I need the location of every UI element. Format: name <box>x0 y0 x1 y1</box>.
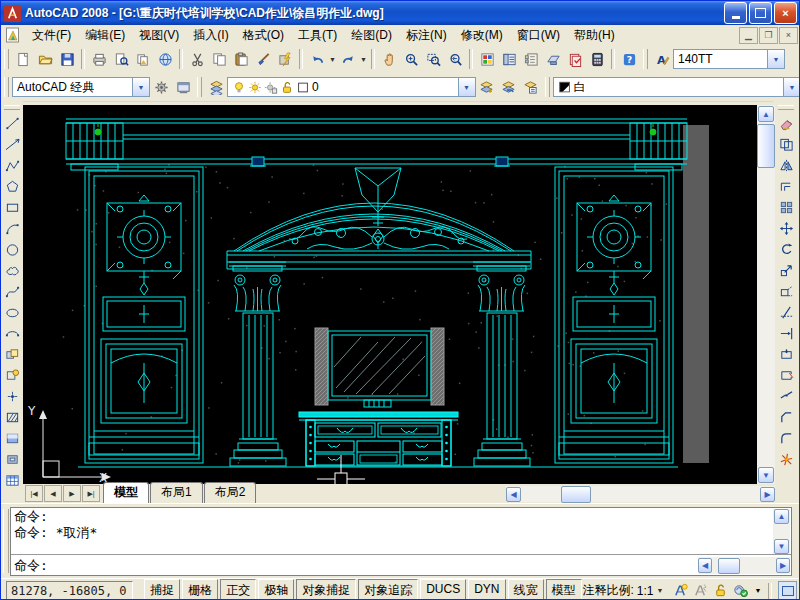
array-button[interactable] <box>776 198 796 218</box>
cut-button[interactable] <box>186 48 208 70</box>
text-style-button[interactable]: A <box>651 48 673 70</box>
layer-color-swatch-icon[interactable] <box>296 80 310 94</box>
toggle-ducs-button[interactable]: DUCS <box>420 579 466 600</box>
command-vertical-scrollbar[interactable]: ▲ ▼ <box>773 509 790 554</box>
tray-arrow-icon[interactable]: ▼ <box>754 587 761 594</box>
plot-preview-button[interactable] <box>110 48 132 70</box>
quickcalc-button[interactable] <box>586 48 608 70</box>
ellipse-button[interactable] <box>2 303 22 323</box>
stretch-button[interactable] <box>776 282 796 302</box>
block-editor-button[interactable] <box>274 48 296 70</box>
layer-properties-button[interactable] <box>205 76 227 98</box>
rotate-button[interactable] <box>776 240 796 260</box>
command-window-grip[interactable] <box>3 509 9 573</box>
scale-button[interactable] <box>776 261 796 281</box>
tab-nav-first-button[interactable]: |◀ <box>25 485 43 502</box>
undo-button[interactable] <box>306 48 328 70</box>
tab-nav-last-button[interactable]: ▶| <box>82 485 100 502</box>
workspace-settings-button[interactable] <box>150 76 172 98</box>
offset-button[interactable] <box>776 177 796 197</box>
menu-item-0[interactable]: 文件(F) <box>25 25 78 46</box>
command-prompt[interactable]: 命令: <box>14 557 48 575</box>
menu-item-9[interactable]: 窗口(W) <box>510 25 567 46</box>
scroll-thumb[interactable] <box>718 558 740 574</box>
redo-button[interactable] <box>337 48 359 70</box>
construction-line-button[interactable] <box>2 135 22 155</box>
zoom-realtime-button[interactable] <box>400 48 422 70</box>
chevron-down-icon[interactable]: ▼ <box>657 587 664 594</box>
canvas-vertical-scrollbar[interactable]: ▲ ▼ <box>757 105 775 484</box>
ellipse-arc-button[interactable] <box>2 324 22 344</box>
toolbar-grip[interactable] <box>778 105 794 110</box>
open-button[interactable] <box>34 48 56 70</box>
revision-cloud-button[interactable] <box>2 261 22 281</box>
toolbar-grip[interactable] <box>4 49 9 69</box>
clean-screen-button[interactable] <box>778 581 797 600</box>
canvas-horizontal-scrollbar[interactable]: ◀ ▶ <box>506 486 775 502</box>
properties-button[interactable] <box>476 48 498 70</box>
sheet-set-manager-button[interactable] <box>542 48 564 70</box>
trim-button[interactable] <box>776 303 796 323</box>
spline-button[interactable] <box>2 282 22 302</box>
toggle-snap-button[interactable]: 捕捉 <box>144 579 180 600</box>
toolbar-grip[interactable] <box>4 105 20 110</box>
tab-model[interactable]: 模型 <box>103 482 149 503</box>
tool-palettes-button[interactable] <box>520 48 542 70</box>
scroll-down-icon[interactable]: ▼ <box>758 467 774 483</box>
toggle-lwt-button[interactable]: 线宽 <box>508 579 544 600</box>
insert-block-button[interactable] <box>2 345 22 365</box>
tab-nav-prev-button[interactable]: ◀ <box>44 485 62 502</box>
join-button[interactable] <box>776 387 796 407</box>
chevron-down-icon[interactable]: ▼ <box>783 78 800 96</box>
mdi-close-button[interactable]: × <box>779 27 798 44</box>
mdi-minimize-button[interactable]: ▁ <box>739 27 758 44</box>
3d-dwf-button[interactable] <box>154 48 176 70</box>
menu-item-4[interactable]: 格式(O) <box>236 25 291 46</box>
command-text-area[interactable]: 命令: 命令: *取消* 命令: ▲ ▼ ◀ ▶ <box>10 507 792 576</box>
table-button[interactable] <box>2 471 22 491</box>
menu-item-8[interactable]: 修改(M) <box>454 25 510 46</box>
plot-button[interactable] <box>88 48 110 70</box>
designcenter-button[interactable] <box>498 48 520 70</box>
hatch-button[interactable] <box>2 408 22 428</box>
mirror-button[interactable] <box>776 156 796 176</box>
command-splitter[interactable] <box>11 554 791 555</box>
chevron-down-icon[interactable]: ▼ <box>458 78 475 96</box>
drawing-canvas[interactable]: Y X <box>23 105 757 484</box>
explode-button[interactable] <box>776 450 796 470</box>
layer-combo[interactable]: 0 ▼ <box>227 77 476 97</box>
menu-item-1[interactable]: 编辑(E) <box>78 25 132 46</box>
minimize-button[interactable] <box>724 2 747 24</box>
scroll-thumb[interactable] <box>757 124 775 168</box>
restore-button[interactable] <box>749 2 772 24</box>
layer-unlock-icon[interactable] <box>280 80 294 94</box>
layer-previous-button[interactable] <box>498 76 520 98</box>
scroll-down-icon[interactable]: ▼ <box>774 539 789 554</box>
markup-set-manager-button[interactable] <box>564 48 586 70</box>
polyline-button[interactable] <box>2 156 22 176</box>
scroll-right-icon[interactable]: ▶ <box>760 487 775 502</box>
polygon-button[interactable] <box>2 177 22 197</box>
gradient-button[interactable] <box>2 429 22 449</box>
annotation-scale-control[interactable]: 注释比例: 1:1 ▼ <box>583 582 664 599</box>
toggle-otrack-button[interactable]: 对象追踪 <box>358 579 418 600</box>
menu-item-7[interactable]: 标注(N) <box>399 25 454 46</box>
annotation-visibility-icon[interactable] <box>673 583 689 599</box>
move-button[interactable] <box>776 219 796 239</box>
break-at-point-button[interactable] <box>776 345 796 365</box>
erase-button[interactable] <box>776 114 796 134</box>
scroll-up-icon[interactable]: ▲ <box>758 106 774 122</box>
publish-button[interactable] <box>132 48 154 70</box>
copy-clip-button[interactable] <box>208 48 230 70</box>
break-button[interactable] <box>776 366 796 386</box>
scroll-up-icon[interactable]: ▲ <box>774 509 789 524</box>
tab-nav-next-button[interactable]: ▶ <box>63 485 81 502</box>
annotation-autoscale-icon[interactable] <box>693 583 709 599</box>
tab-layout1[interactable]: 布局1 <box>150 482 203 503</box>
layer-states-manager-button[interactable] <box>520 76 542 98</box>
copy-button[interactable] <box>776 135 796 155</box>
paste-button[interactable] <box>230 48 252 70</box>
extend-button[interactable] <box>776 324 796 344</box>
layer-on-bulb-icon[interactable] <box>232 80 246 94</box>
scroll-left-icon[interactable]: ◀ <box>506 487 521 502</box>
